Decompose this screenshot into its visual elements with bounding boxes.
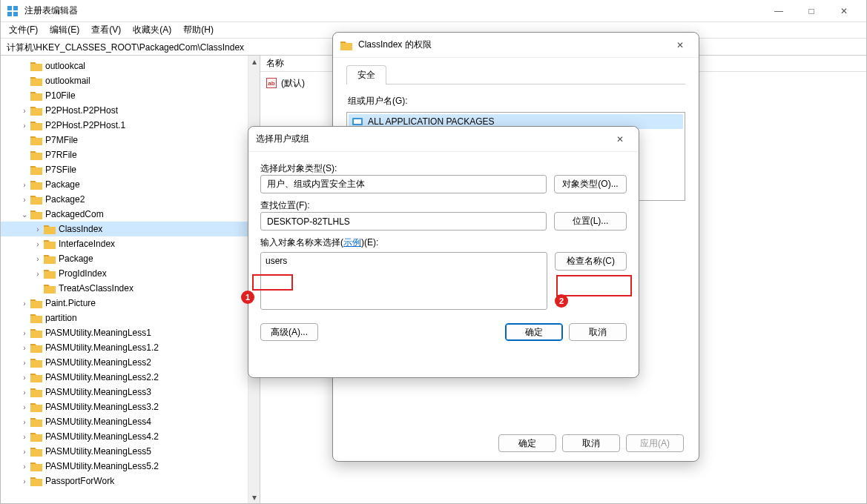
- tree-item[interactable]: ›PASMUtility.MeaningLess2.2: [1, 370, 260, 385]
- chevron-right-icon[interactable]: ›: [20, 181, 29, 189]
- tree-item-label: P2PHost.P2PHost.1: [45, 120, 125, 130]
- tree-item[interactable]: ›PASMUtility.MeaningLess3: [1, 385, 260, 399]
- tree-item[interactable]: ›PASMUtility.MeaningLess3.2: [1, 399, 260, 414]
- menu-view[interactable]: 查看(V): [86, 22, 126, 38]
- tree-item[interactable]: ›Package2: [1, 192, 260, 207]
- chevron-right-icon[interactable]: ›: [20, 418, 29, 426]
- folder-icon: [30, 387, 42, 397]
- chevron-right-icon[interactable]: ›: [33, 240, 42, 248]
- tree-item-label: P2PHost.P2PHost: [45, 105, 118, 116]
- select-dialog-titlebar[interactable]: 选择用户或组 ✕: [248, 127, 639, 152]
- tree-item[interactable]: ›P2PHost.P2PHost: [1, 103, 260, 118]
- permissions-tabstrip: 安全: [346, 65, 685, 84]
- tree-item[interactable]: ›Paint.Picture: [1, 296, 260, 311]
- maximize-button[interactable]: □: [795, 0, 828, 22]
- tree-item[interactable]: TreatAsClassIndex: [1, 281, 260, 296]
- tree-item[interactable]: P7SFile: [1, 162, 260, 177]
- chevron-right-icon[interactable]: ›: [20, 477, 29, 485]
- tree-item-label: Package2: [45, 194, 85, 205]
- permissions-dialog-close-icon[interactable]: ✕: [669, 40, 691, 50]
- tree-item[interactable]: ›PassportForWork: [1, 474, 260, 488]
- locations-button[interactable]: 位置(L)...: [554, 212, 627, 231]
- tree-item-label: Package: [45, 179, 80, 190]
- chevron-right-icon[interactable]: ›: [20, 448, 29, 456]
- chevron-right-icon[interactable]: ›: [33, 255, 42, 263]
- tree-item[interactable]: ›PASMUtility.MeaningLess4: [1, 414, 260, 429]
- tree-item[interactable]: ›PASMUtility.MeaningLess5: [1, 444, 260, 459]
- menu-file[interactable]: 文件(F): [4, 22, 43, 38]
- minimize-button[interactable]: —: [762, 0, 795, 22]
- tree-item-label: outlookmail: [45, 76, 90, 86]
- tree-item[interactable]: ›ProgIdIndex: [1, 266, 260, 281]
- tree-item-label: ClassIndex: [59, 224, 102, 234]
- object-names-textarea[interactable]: [260, 252, 547, 310]
- menu-help[interactable]: 帮助(H): [178, 22, 219, 38]
- folder-icon: [30, 461, 42, 471]
- tree-item[interactable]: ›Package: [1, 251, 260, 266]
- permissions-ok-button[interactable]: 确定: [498, 434, 556, 452]
- scroll-up-icon[interactable]: ▴: [248, 56, 260, 67]
- permissions-dialog-titlebar[interactable]: ClassIndex 的权限 ✕: [333, 33, 699, 58]
- chevron-right-icon[interactable]: ›: [20, 403, 29, 411]
- chevron-right-icon[interactable]: ›: [20, 388, 29, 397]
- check-names-button[interactable]: 检查名称(C): [555, 252, 627, 271]
- permissions-dialog-buttons: 确定 取消 应用(A): [333, 434, 699, 452]
- chevron-down-icon[interactable]: ⌄: [20, 210, 29, 219]
- registry-tree[interactable]: outlookcaloutlookmailP10File›P2PHost.P2P…: [1, 57, 260, 490]
- chevron-right-icon[interactable]: ›: [20, 344, 29, 352]
- tree-item[interactable]: ›PASMUtility.MeaningLess1.2: [1, 340, 260, 355]
- chevron-right-icon[interactable]: ›: [20, 122, 29, 130]
- folder-icon: [44, 283, 56, 294]
- tree-item[interactable]: ›PASMUtility.MeaningLess5.2: [1, 459, 260, 474]
- chevron-right-icon[interactable]: ›: [33, 225, 42, 233]
- tree-item-label: P7RFile: [45, 150, 77, 160]
- chevron-right-icon[interactable]: ›: [20, 299, 29, 308]
- select-dialog-close-icon[interactable]: ✕: [609, 134, 631, 145]
- tree-item[interactable]: ›InterfaceIndex: [1, 236, 260, 251]
- folder-icon: [44, 268, 56, 279]
- folder-icon: [30, 120, 42, 130]
- chevron-right-icon[interactable]: ›: [20, 329, 29, 337]
- tree-item[interactable]: P7MFile: [1, 133, 260, 147]
- tree-item[interactable]: outlookcal: [1, 59, 260, 73]
- tree-item[interactable]: ›PASMUtility.MeaningLess2: [1, 355, 260, 370]
- chevron-right-icon[interactable]: ›: [20, 196, 29, 204]
- menu-favorites[interactable]: 收藏夹(A): [128, 22, 177, 38]
- tree-item[interactable]: ›PASMUtility.MeaningLess4.2: [1, 429, 260, 444]
- tree-item-label: PASMUtility.MeaningLess2.2: [45, 372, 159, 382]
- tree-item[interactable]: ⌄PackagedCom: [1, 207, 260, 222]
- tree-item[interactable]: ›Package: [1, 177, 260, 192]
- column-name[interactable]: 名称: [266, 57, 340, 70]
- example-link[interactable]: 示例: [343, 237, 361, 248]
- chevron-right-icon[interactable]: ›: [20, 374, 29, 382]
- folder-icon: [30, 150, 42, 160]
- chevron-right-icon[interactable]: ›: [20, 107, 29, 115]
- close-button[interactable]: ✕: [828, 0, 860, 22]
- menu-edit[interactable]: 编辑(E): [44, 22, 85, 38]
- chevron-right-icon[interactable]: ›: [20, 462, 29, 471]
- tree-item[interactable]: P7RFile: [1, 147, 260, 162]
- tree-item-label: P7MFile: [45, 135, 78, 145]
- select-advanced-button[interactable]: 高级(A)...: [260, 323, 318, 341]
- select-ok-button[interactable]: 确定: [505, 323, 563, 341]
- tree-item-label: PASMUtility.MeaningLess4.2: [45, 431, 159, 442]
- tree-item[interactable]: outlookmail: [1, 73, 260, 88]
- tree-item[interactable]: P10File: [1, 88, 260, 103]
- object-type-field: 用户、组或内置安全主体: [260, 175, 547, 193]
- object-types-button[interactable]: 对象类型(O)...: [554, 175, 627, 193]
- permissions-cancel-button[interactable]: 取消: [562, 434, 620, 452]
- scroll-down-icon[interactable]: ▾: [248, 491, 260, 503]
- permissions-apply-button[interactable]: 应用(A): [626, 434, 684, 452]
- folder-icon: [44, 224, 56, 234]
- tree-item[interactable]: ›ClassIndex: [1, 222, 260, 236]
- chevron-right-icon[interactable]: ›: [20, 433, 29, 441]
- tab-security[interactable]: 安全: [346, 65, 386, 84]
- folder-icon: [30, 313, 42, 323]
- chevron-right-icon[interactable]: ›: [33, 270, 42, 278]
- tree-item[interactable]: ›PASMUtility.MeaningLess1: [1, 325, 260, 340]
- chevron-right-icon[interactable]: ›: [20, 359, 29, 367]
- select-cancel-button[interactable]: 取消: [569, 323, 627, 341]
- tree-item-label: P7SFile: [45, 165, 76, 175]
- tree-item[interactable]: ›P2PHost.P2PHost.1: [1, 118, 260, 133]
- tree-item[interactable]: partition: [1, 311, 260, 325]
